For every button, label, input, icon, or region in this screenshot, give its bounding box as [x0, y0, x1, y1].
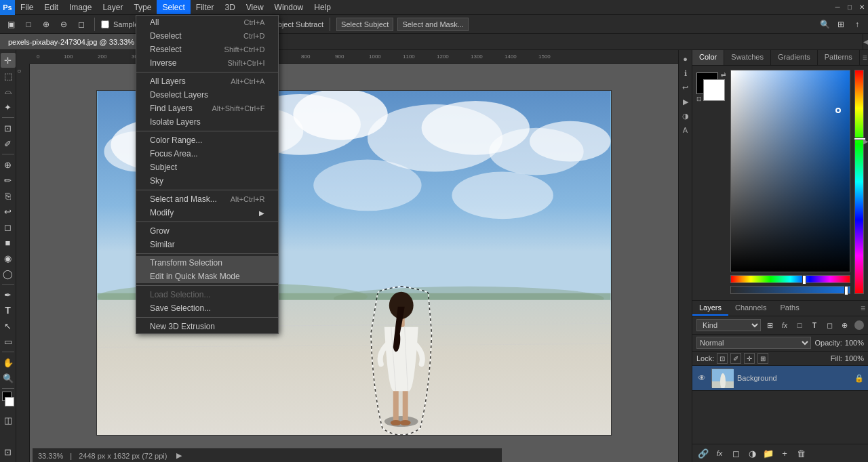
lock-draw-btn[interactable]: ✐	[730, 353, 741, 364]
layer-visibility-toggle[interactable]: 👁	[696, 373, 707, 383]
expand-arrow[interactable]: ▶	[176, 451, 182, 460]
move-tool[interactable]: ✛	[1, 53, 16, 68]
menu-modify[interactable]: Modify ▶	[136, 206, 278, 219]
background-color[interactable]	[703, 79, 725, 101]
fx-add-btn[interactable]: fx	[713, 446, 726, 460]
magic-wand-tool[interactable]: ✦	[1, 100, 16, 114]
gradient-tool[interactable]: ■	[1, 235, 16, 250]
opacity-value[interactable]: 100%	[845, 339, 864, 347]
menu-find-layers[interactable]: Find Layers Alt+Shift+Ctrl+F	[136, 102, 278, 115]
menu-view[interactable]: View	[241, 0, 269, 14]
menu-image[interactable]: Image	[64, 0, 97, 14]
brush-tool[interactable]: ✏	[1, 173, 16, 188]
share-icon[interactable]: ↑	[850, 18, 864, 31]
history-brush[interactable]: ↩	[1, 204, 16, 219]
menu-deselect[interactable]: Deselect Ctrl+D	[136, 29, 278, 43]
tab-layers[interactable]: Layers	[692, 301, 728, 316]
menu-color-range[interactable]: Color Range...	[136, 133, 278, 147]
menu-transform-selection[interactable]: Transform Selection	[136, 256, 278, 270]
menu-layer[interactable]: Layer	[97, 0, 128, 14]
smart-filter-btn[interactable]: ⊕	[838, 319, 850, 331]
color-panel-menu[interactable]: ≡	[860, 50, 868, 65]
menu-load-selection[interactable]: Load Selection...	[136, 288, 278, 301]
add-group-btn[interactable]: 📁	[762, 446, 775, 460]
filter-toggle[interactable]	[854, 320, 864, 330]
menu-subject[interactable]: Subject	[136, 161, 278, 174]
select-subject-button[interactable]: Select Subject	[336, 18, 393, 31]
eyedropper-tool[interactable]: ✐	[1, 136, 16, 151]
hue-slider[interactable]	[730, 275, 850, 283]
menu-deselect-layers[interactable]: Deselect Layers	[136, 88, 278, 102]
canvas-content[interactable]	[30, 64, 678, 462]
healing-tool[interactable]: ⊕	[1, 157, 16, 172]
screen-mode-tool[interactable]: ⊡	[1, 444, 16, 459]
marquee-tool[interactable]: ⬚	[1, 68, 16, 83]
search-icon[interactable]: 🔍	[818, 18, 831, 31]
sample-all-layers-checkbox[interactable]	[101, 20, 109, 28]
menu-all-layers[interactable]: All Layers Alt+Ctrl+A	[136, 75, 278, 88]
lock-pixels-btn[interactable]: ⊡	[717, 353, 728, 364]
type-btn[interactable]: T	[808, 319, 821, 331]
background-swatch[interactable]	[5, 397, 14, 406]
zoom-display[interactable]: 33.33%	[38, 452, 63, 460]
menu-select[interactable]: Select	[157, 0, 190, 14]
menu-type[interactable]: Type	[128, 0, 157, 14]
menu-file[interactable]: File	[15, 0, 39, 14]
pixel-btn[interactable]: □	[793, 319, 806, 331]
menu-reselect[interactable]: Reselect Shift+Ctrl+D	[136, 43, 278, 56]
color-wheel-icon[interactable]: ●	[679, 53, 692, 65]
menu-quick-mask[interactable]: Edit in Quick Mask Mode	[136, 270, 278, 283]
menu-window[interactable]: Window	[269, 0, 309, 14]
lasso-tool[interactable]: ⌓	[1, 84, 16, 99]
text-tool[interactable]: T	[1, 303, 16, 318]
lock-artboard-btn[interactable]: ⊞	[757, 353, 768, 364]
minimize-button[interactable]: ─	[831, 1, 844, 14]
tab-paths[interactable]: Paths	[774, 301, 806, 316]
link-layers-btn[interactable]: 🔗	[696, 446, 710, 460]
panel-collapse-button[interactable]: ◀	[863, 34, 868, 49]
add-mask-btn[interactable]: ◻	[729, 446, 743, 460]
hand-tool[interactable]: ✋	[1, 355, 16, 370]
blur-tool[interactable]: ◉	[1, 251, 16, 266]
menu-focus-area[interactable]: Focus Area...	[136, 147, 278, 161]
hue-bar[interactable]: ▶	[854, 70, 864, 294]
tool-option-2[interactable]: ⊕	[39, 18, 53, 31]
char-icon[interactable]: A	[679, 124, 692, 136]
swap-colors[interactable]: ⇄	[721, 71, 726, 78]
dodge-tool[interactable]: ◯	[1, 266, 16, 281]
reset-colors[interactable]: ⊡	[696, 96, 702, 102]
shape-tool[interactable]: ▭	[1, 334, 16, 349]
quick-mask-tool[interactable]: ◫	[1, 413, 16, 427]
layer-filter-select[interactable]: Kind	[696, 319, 761, 331]
fx-btn[interactable]: fx	[778, 319, 791, 331]
info-icon[interactable]: ℹ	[679, 67, 692, 79]
menu-isolate-layers[interactable]: Isolate Layers	[136, 115, 278, 129]
tool-option-3[interactable]: ⊖	[57, 18, 71, 31]
menu-new-3d-extrusion[interactable]: New 3D Extrusion	[136, 320, 278, 333]
menu-grow[interactable]: Grow	[136, 224, 278, 238]
adjustments-icon[interactable]: ◑	[679, 110, 692, 122]
menu-edit[interactable]: Edit	[39, 0, 64, 14]
tool-option-1[interactable]: □	[22, 18, 35, 31]
fill-value[interactable]: 100%	[845, 354, 864, 362]
menu-similar[interactable]: Similar	[136, 238, 278, 251]
menu-inverse[interactable]: Inverse Shift+Ctrl+I	[136, 56, 278, 70]
layers-panel-menu[interactable]: ≡	[858, 301, 868, 316]
menu-3d[interactable]: 3D	[219, 0, 240, 14]
alpha-slider[interactable]	[730, 286, 850, 294]
add-adjustment-btn[interactable]: ◑	[745, 446, 759, 460]
clone-tool[interactable]: ⎘	[1, 188, 16, 203]
tab-patterns[interactable]: Patterns	[818, 50, 860, 65]
filter-icon-btn[interactable]: ⊞	[764, 319, 776, 331]
menu-help[interactable]: Help	[309, 0, 336, 14]
pen-tool[interactable]: ✒	[1, 287, 16, 302]
menu-select-mask[interactable]: Select and Mask... Alt+Ctrl+R	[136, 192, 278, 206]
tab-swatches[interactable]: Swatches	[724, 50, 771, 65]
tab-gradients[interactable]: Gradients	[771, 50, 818, 65]
menu-all[interactable]: All Ctrl+A	[136, 16, 278, 29]
close-button[interactable]: ✕	[856, 1, 868, 14]
workspace-icon[interactable]: ⊞	[834, 18, 848, 31]
menu-filter[interactable]: Filter	[191, 0, 220, 14]
eraser-tool[interactable]: ◻	[1, 219, 16, 234]
crop-tool[interactable]: ⊡	[1, 121, 16, 135]
